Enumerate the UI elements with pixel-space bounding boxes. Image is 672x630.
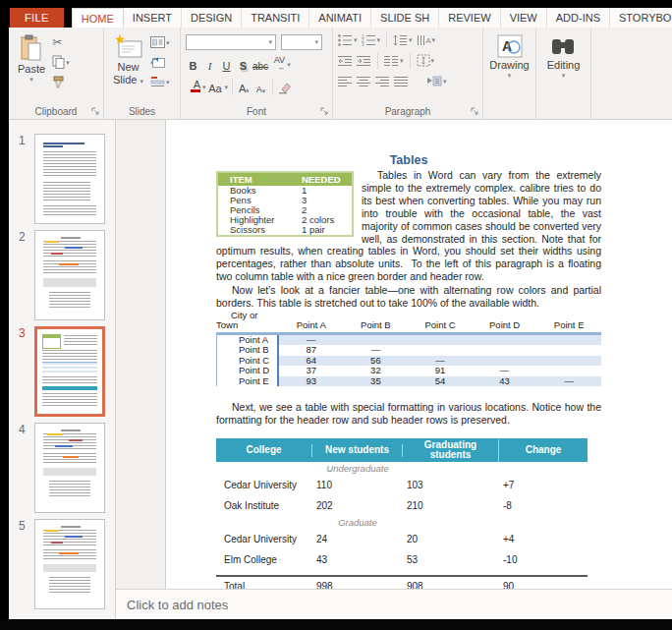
- table-row: Highlighter 2 colors: [218, 215, 352, 225]
- font-size-combo[interactable]: ▾: [281, 34, 322, 50]
- align-text-button[interactable]: ▾: [417, 53, 435, 68]
- cell: 35: [344, 376, 409, 387]
- drawing-dropdown-arrow[interactable]: ▾: [508, 72, 512, 79]
- justify-button[interactable]: [394, 74, 409, 88]
- editing-button[interactable]: Editing ▾: [543, 32, 585, 103]
- cell: +7: [499, 480, 588, 490]
- line-spacing-button[interactable]: ▾: [393, 32, 413, 47]
- character-spacing-button[interactable]: AV↔: [270, 56, 285, 73]
- smartart-dropdown-arrow[interactable]: ▾: [443, 78, 447, 85]
- columns-dropdown-arrow[interactable]: ▾: [400, 57, 404, 64]
- text-shadow-button[interactable]: S: [236, 56, 251, 73]
- text-direction-icon: A: [417, 34, 431, 46]
- paste-button[interactable]: Paste ▾: [14, 32, 49, 103]
- main-area: 1 2 3: [0, 120, 672, 619]
- section-button[interactable]: ▾: [150, 74, 170, 89]
- font-color-dropdown-arrow[interactable]: ▾: [202, 84, 206, 90]
- convert-to-smartart-button[interactable]: ▾: [426, 74, 447, 88]
- drawing-button[interactable]: A Drawing ▾: [485, 32, 532, 103]
- tab-slide-show[interactable]: SLIDE SH: [371, 8, 439, 28]
- notes-pane[interactable]: Click to add notes: [116, 589, 672, 619]
- thumbnail-preview: [34, 230, 105, 320]
- slide-thumbnail-5[interactable]: 5: [9, 519, 115, 609]
- italic-button[interactable]: I: [202, 56, 217, 73]
- tab-animations[interactable]: ANIMATI: [309, 8, 371, 28]
- tab-transitions[interactable]: TRANSITI: [242, 8, 309, 28]
- slide-thumbnail-1[interactable]: 1: [9, 134, 115, 224]
- cell: 43: [312, 554, 403, 565]
- slide-thumbnail-3-selected[interactable]: 3: [9, 326, 115, 417]
- slide-thumbnail-4[interactable]: 4: [9, 423, 115, 513]
- tab-insert[interactable]: INSERT: [124, 8, 182, 28]
- bullets-dropdown-arrow[interactable]: ▾: [354, 36, 358, 43]
- font-dialog-launcher[interactable]: [320, 107, 329, 116]
- clear-formatting-button[interactable]: [277, 79, 292, 95]
- numbering-icon: 123: [362, 34, 376, 46]
- editing-dropdown-arrow[interactable]: ▾: [562, 72, 566, 79]
- tab-review[interactable]: REVIEW: [439, 8, 500, 28]
- font-size-dropdown-arrow[interactable]: ▾: [314, 38, 318, 45]
- decrease-indent-button[interactable]: [338, 53, 353, 68]
- align-left-button[interactable]: [338, 74, 353, 88]
- status-bar: [0, 619, 672, 630]
- align-right-button[interactable]: [375, 74, 390, 88]
- underline-button[interactable]: U: [219, 56, 234, 73]
- line-spacing-dropdown-arrow[interactable]: ▾: [409, 36, 413, 43]
- layout-dropdown-arrow[interactable]: ▾: [166, 39, 170, 46]
- numbering-button[interactable]: 123 ▾: [362, 32, 381, 47]
- tab-design[interactable]: DESIGN: [182, 8, 242, 28]
- table-row: Pens 3: [218, 196, 352, 205]
- character-spacing-dropdown-arrow[interactable]: ▾: [287, 61, 291, 68]
- align-center-button[interactable]: [357, 74, 371, 88]
- new-slide-button[interactable]: New Slide ▾: [109, 32, 147, 103]
- layout-button[interactable]: ▾: [150, 34, 170, 50]
- cell: +4: [499, 534, 588, 544]
- column-header: Point A: [279, 320, 344, 331]
- change-case-button[interactable]: Aa: [208, 79, 223, 95]
- font-name-dropdown-arrow[interactable]: ▾: [268, 38, 272, 45]
- section-icon: [150, 76, 165, 87]
- paste-dropdown-arrow[interactable]: ▾: [29, 76, 33, 83]
- align-text-dropdown-arrow[interactable]: ▾: [431, 57, 435, 64]
- slide-thumbnail-panel: 1 2 3: [9, 120, 116, 619]
- tab-view[interactable]: VIEW: [501, 8, 547, 28]
- font-color-button[interactable]: A: [186, 79, 200, 95]
- table-row: Oak Institute 202 210 -8: [216, 495, 588, 516]
- cell: 20: [403, 534, 499, 544]
- increase-indent-button[interactable]: [357, 53, 371, 68]
- columns-button[interactable]: ▾: [384, 53, 404, 68]
- slide-canvas[interactable]: Tables ITEM NEEDED Books 1 Pens 3 Pencil…: [166, 120, 672, 589]
- tab-home[interactable]: HOME: [72, 8, 124, 28]
- ribbon-tab-bar: FILE HOME INSERT DESIGN TRANSITI ANIMATI…: [0, 0, 672, 28]
- text-direction-dropdown-arrow[interactable]: ▾: [432, 36, 436, 43]
- group-clipboard: Paste ▾ ✂ ▾ Clipboard: [9, 28, 104, 119]
- format-painter-button[interactable]: [52, 74, 70, 89]
- bold-button[interactable]: B: [186, 56, 200, 73]
- layout-icon: [150, 36, 165, 48]
- grow-font-button[interactable]: A▾: [237, 79, 252, 95]
- clipboard-dialog-launcher[interactable]: [91, 107, 100, 116]
- shrink-font-button[interactable]: A▾: [253, 79, 268, 95]
- strikethrough-button[interactable]: abc: [252, 56, 268, 73]
- tab-add-ins[interactable]: ADD-INS: [547, 8, 610, 28]
- tab-file[interactable]: FILE: [10, 8, 64, 28]
- paragraph-dialog-launcher[interactable]: [471, 107, 479, 116]
- text-direction-button[interactable]: A ▾: [417, 32, 436, 47]
- change-case-dropdown-arrow[interactable]: ▾: [225, 84, 229, 90]
- numbering-dropdown-arrow[interactable]: ▾: [377, 36, 381, 43]
- section-dropdown-arrow[interactable]: ▾: [166, 79, 170, 86]
- slide-thumbnail-2[interactable]: 2: [9, 230, 115, 320]
- tab-storyboarding[interactable]: STORYBO: [610, 8, 672, 28]
- cell: 998: [312, 581, 403, 589]
- subheader-label: Graduate: [312, 517, 403, 528]
- font-name-combo[interactable]: ▾: [186, 34, 276, 50]
- increase-indent-icon: [357, 55, 371, 67]
- copy-dropdown-arrow[interactable]: ▾: [66, 59, 70, 66]
- line-spacing-icon: [393, 34, 408, 46]
- total-row: Total 998 908 90: [216, 575, 588, 589]
- copy-button[interactable]: ▾: [52, 54, 70, 70]
- ribbon: Paste ▾ ✂ ▾ Clipboard: [9, 28, 672, 120]
- bullets-button[interactable]: ▾: [338, 32, 358, 47]
- cut-button[interactable]: ✂: [52, 34, 70, 50]
- reset-slide-button[interactable]: [150, 54, 170, 70]
